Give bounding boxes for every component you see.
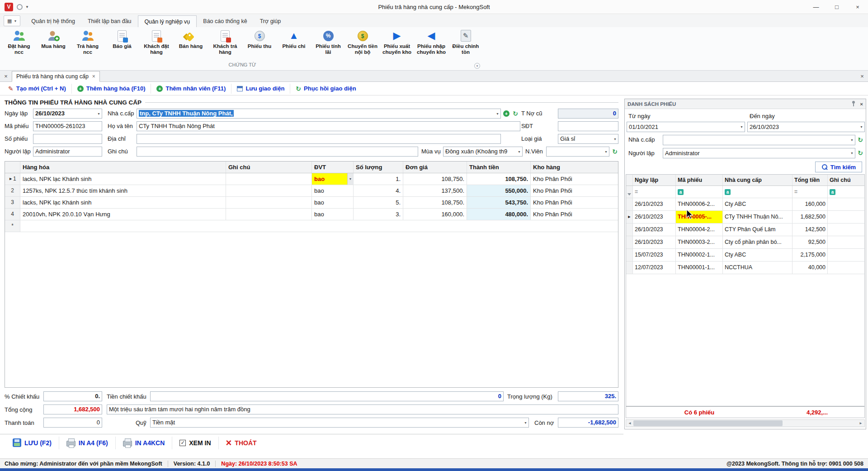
toolbar-button-phieu-nhap-chuyen-kho[interactable]: ◀ Phiếu nhập chuyển kho [414,27,448,61]
chevron-down-icon[interactable]: ▼ [604,150,608,154]
filter-funnel-icon[interactable] [626,186,633,198]
item-amount-cell[interactable]: 108,750. [467,173,531,185]
item-unit-cell[interactable]: bao▼ [312,173,354,185]
tu-ngay-combo[interactable]: 01/10/2021▼ [627,122,745,132]
sdt-input[interactable] [558,121,618,131]
item-name-cell[interactable]: lacks, NPK lạc Khánh sinh [20,197,226,208]
nhan-vien-combo[interactable]: ▼ [546,147,609,157]
filter-note-cell[interactable]: a [828,186,864,198]
panel-header-nha-cung-cap[interactable]: Nhà cung cấp [723,175,793,186]
receipt-total-cell[interactable]: 92,500 [793,236,828,248]
item-name-cell[interactable]: lacks, NPK lạc Khánh sinh [20,173,226,185]
list-item[interactable]: 26/10/2023 THN00003-2... Cty cổ phần phâ… [626,236,864,249]
mua-vu-combo[interactable]: Đông xuân (Khoảng th9▼ [443,147,523,157]
panel-header-ma-phieu[interactable]: Mã phiếu [676,175,723,186]
receipt-supplier-cell[interactable]: Cty ABC [723,198,793,210]
receipt-note-cell[interactable] [828,211,864,223]
header-so-luong[interactable]: Số lượng [354,162,403,173]
thanh-toan-input[interactable]: 0 [43,418,102,428]
list-item[interactable]: 26/10/2023 THN00006-2... Cty ABC 160,000 [626,198,864,211]
filter-total-cell[interactable]: = [793,186,828,198]
receipt-note-cell[interactable] [828,262,864,274]
panel-nguoi-lap-combo[interactable]: Administrator▼ [663,148,855,158]
receipt-date-cell[interactable]: 26/10/2023 [633,198,676,210]
add-item-button[interactable]: + Thêm hàng hóa (F10) [72,84,151,94]
nguoi-lap-input[interactable]: Administrator [33,147,102,157]
receipt-supplier-cell[interactable]: CTy TNHH Thuận Nô... [723,211,793,223]
list-item[interactable]: 12/07/2023 THN00001-1... NCCTHUA 40,000 [626,262,864,274]
receipt-date-cell[interactable]: 12/07/2023 [633,262,676,274]
tab-quan-ly-nghiep-vu[interactable]: Quản lý nghiệp vụ [138,15,197,27]
item-unit-cell[interactable]: bao [312,185,354,196]
refresh-employee-icon[interactable]: ↻ [611,148,618,155]
minimize-button[interactable]: — [806,0,826,14]
item-note-cell[interactable] [226,197,312,208]
item-price-cell[interactable]: 137,500. [403,185,467,196]
item-note-cell[interactable] [226,173,312,185]
close-tab-right-icon[interactable]: × [856,71,868,81]
item-qty-cell[interactable]: 5. [354,197,403,208]
list-item[interactable]: ► 26/10/2023 THN00005-... CTy TNHH Thuận… [626,211,864,224]
chevron-down-icon[interactable]: ▼ [524,421,527,425]
item-name-cell[interactable]: 1257ks, NPK 12.5.7 thúc tím khánh sinh [20,185,226,196]
maximize-button[interactable]: □ [826,0,847,14]
close-tab-left-icon[interactable]: × [0,71,12,81]
toolbar-button-ban-hang[interactable]: Bán hàng [174,27,208,61]
panel-header-tong-tien[interactable]: Tổng tiền [793,175,828,186]
chevron-down-icon[interactable]: ▼ [613,138,617,141]
receipt-date-cell[interactable]: 26/10/2023 [633,224,676,236]
item-amount-cell[interactable]: 550,000. [467,185,531,196]
row-indicator[interactable]: 2 [5,185,20,196]
toolbar-button-dieu-chinh-ton[interactable]: ✎ Điều chỉnh tồn [448,27,483,61]
chevron-down-icon[interactable]: ▼ [347,173,353,185]
item-warehouse-cell[interactable]: Kho Phân Phối [531,185,618,196]
item-unit-cell[interactable]: bao [312,209,354,220]
panel-close-icon[interactable]: × [860,101,863,107]
item-qty-cell[interactable]: 4. [354,185,403,196]
receipt-date-cell[interactable]: 15/07/2023 [633,249,676,261]
chevron-down-icon[interactable]: ▼ [496,112,499,116]
toolbar-button-phieu-thu[interactable]: $ Phiếu thu [242,27,277,61]
item-warehouse-cell[interactable]: Kho Phân Phối [531,197,618,208]
quick-access-dropdown-icon[interactable]: ▼ [25,5,29,9]
chevron-down-icon[interactable]: ▼ [740,125,743,129]
chevron-down-icon[interactable]: ▼ [518,150,521,154]
so-phieu-input[interactable] [33,134,102,144]
refresh-supplier-icon[interactable]: ↻ [512,110,519,117]
toolbar-button-tra-hang-ncc[interactable]: Trả hàng ncc [71,27,105,61]
header-dvt[interactable]: ĐVT [312,162,354,173]
chevron-down-icon[interactable]: ▼ [850,152,854,155]
save-button[interactable]: LƯU (F2) [5,437,59,449]
scrollbar-thumb[interactable] [633,420,783,426]
ngay-lap-combo[interactable]: 26/10/2023▼ [33,109,102,119]
receipt-code-cell[interactable]: THN00005-... [676,211,723,223]
receipt-note-cell[interactable] [828,236,864,248]
scroll-left-icon[interactable]: ◄ [626,421,633,425]
item-warehouse-cell[interactable]: Kho Phân Phối [531,173,618,185]
new-document-button[interactable]: ✎ Tạo mới (Ctrl + N) [3,84,72,94]
app-logo-icon[interactable]: V [5,3,13,11]
den-ngay-combo[interactable]: 26/10/2023▼ [747,122,865,132]
row-indicator[interactable]: 4 [5,209,20,220]
item-warehouse-cell[interactable]: Kho Phân Phối [531,209,618,220]
toolbar-button-phieu-chi[interactable]: ▲ Phiếu chi [277,27,311,61]
toolbar-button-mua-hang[interactable]: Mua hàng [36,27,71,61]
panel-nha-ccap-combo[interactable]: ▼ [663,135,855,145]
row-indicator[interactable]: ►1 [5,173,20,185]
group-dialog-launcher-icon[interactable]: ▾ [474,63,480,69]
item-note-cell[interactable] [226,209,312,220]
header-ghi-chu[interactable]: Ghi chú [226,162,312,173]
receipt-supplier-cell[interactable]: Cty cổ phần phân bó... [723,236,793,248]
receipt-code-cell[interactable]: THN00006-2... [676,198,723,210]
tab-tro-giup[interactable]: Trợ giúp [254,15,288,27]
tab-bao-cao-thong-ke[interactable]: Báo cáo thống kê [197,15,253,27]
add-supplier-icon[interactable]: + [503,110,510,117]
quick-access-icon[interactable] [17,4,23,10]
item-qty-cell[interactable]: 3. [354,209,403,220]
search-button[interactable]: Tìm kiếm [815,162,862,172]
header-kho-hang[interactable]: Kho hàng [531,162,618,173]
filter-code-cell[interactable]: a [676,186,723,198]
quy-combo[interactable]: Tiền mặt▼ [150,418,529,428]
receipt-supplier-cell[interactable]: NCCTHUA [723,262,793,274]
toolbar-button-khach-dat-hang[interactable]: Khách đặt hàng [139,27,174,61]
